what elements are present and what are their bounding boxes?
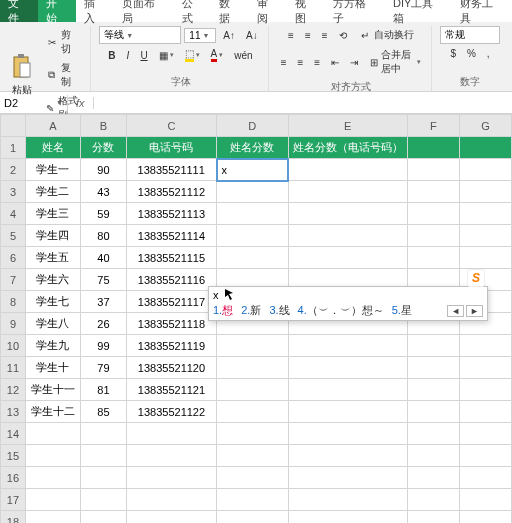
align-left-button[interactable]: ≡ — [277, 55, 291, 70]
cell[interactable] — [217, 445, 289, 467]
wrap-button[interactable]: ↵自动换行 — [354, 26, 418, 44]
cell[interactable] — [126, 511, 216, 524]
cell[interactable]: 学生三 — [25, 203, 80, 225]
cell[interactable] — [459, 489, 511, 511]
cell[interactable] — [217, 379, 289, 401]
cell[interactable] — [126, 423, 216, 445]
cell[interactable] — [217, 489, 289, 511]
tab-fangge[interactable]: 方方格子 — [325, 0, 385, 22]
cell[interactable] — [459, 247, 511, 269]
cell[interactable]: 40 — [81, 247, 127, 269]
cell[interactable] — [407, 467, 459, 489]
merge-button[interactable]: ⊞合并后居中▾ — [365, 46, 425, 78]
cell[interactable] — [407, 357, 459, 379]
col-header-B[interactable]: B — [81, 115, 127, 137]
col-header-E[interactable]: E — [288, 115, 407, 137]
cell[interactable]: 13835521116 — [126, 269, 216, 291]
bold-button[interactable]: B — [104, 48, 119, 63]
cell[interactable] — [81, 511, 127, 524]
cell[interactable]: 13835521112 — [126, 181, 216, 203]
cell[interactable] — [407, 137, 459, 159]
underline-button[interactable]: U — [136, 48, 151, 63]
align-bottom-button[interactable]: ≡ — [318, 28, 332, 43]
cell[interactable] — [459, 335, 511, 357]
tab-data[interactable]: 数据 — [211, 0, 249, 22]
phonetic-button[interactable]: wén — [230, 48, 256, 63]
percent-button[interactable]: % — [463, 46, 480, 61]
cell[interactable] — [288, 511, 407, 524]
align-top-button[interactable]: ≡ — [284, 28, 298, 43]
cell[interactable] — [459, 379, 511, 401]
align-center-button[interactable]: ≡ — [294, 55, 308, 70]
cell[interactable] — [25, 511, 80, 524]
cell[interactable]: 99 — [81, 335, 127, 357]
cell[interactable]: 13835521119 — [126, 335, 216, 357]
cell[interactable] — [459, 357, 511, 379]
ime-candidate[interactable]: 4.（︶．︶）想～ — [298, 303, 384, 318]
cell[interactable] — [407, 247, 459, 269]
cell[interactable] — [407, 489, 459, 511]
cell[interactable]: 学生二 — [25, 181, 80, 203]
cell[interactable] — [288, 203, 407, 225]
cell[interactable] — [217, 401, 289, 423]
cell[interactable] — [288, 247, 407, 269]
cell[interactable] — [81, 489, 127, 511]
cell[interactable]: 学生十一 — [25, 379, 80, 401]
row-header[interactable]: 4 — [1, 203, 26, 225]
cell[interactable] — [81, 423, 127, 445]
border-button[interactable]: ▦▾ — [155, 48, 178, 63]
row-header[interactable]: 15 — [1, 445, 26, 467]
cell[interactable]: 13835521111 — [126, 159, 216, 181]
cell[interactable] — [288, 445, 407, 467]
row-header[interactable]: 14 — [1, 423, 26, 445]
comma-button[interactable]: , — [483, 46, 494, 61]
cell[interactable] — [25, 489, 80, 511]
cell[interactable]: 学生七 — [25, 291, 80, 313]
cell[interactable]: 80 — [81, 225, 127, 247]
tab-home[interactable]: 开始 — [38, 0, 76, 22]
cell[interactable] — [288, 379, 407, 401]
cell[interactable] — [25, 423, 80, 445]
cell[interactable] — [288, 225, 407, 247]
col-header-G[interactable]: G — [459, 115, 511, 137]
cell[interactable]: 37 — [81, 291, 127, 313]
row-header[interactable]: 5 — [1, 225, 26, 247]
row-header[interactable]: 6 — [1, 247, 26, 269]
cell[interactable] — [407, 335, 459, 357]
row-header[interactable]: 12 — [1, 379, 26, 401]
decrease-font-button[interactable]: A↓ — [242, 28, 262, 43]
cell[interactable]: 81 — [81, 379, 127, 401]
row-header[interactable]: 13 — [1, 401, 26, 423]
cell[interactable] — [288, 467, 407, 489]
ime-candidate[interactable]: 1.想 — [213, 303, 233, 318]
cell[interactable] — [459, 159, 511, 181]
tab-insert[interactable]: 插入 — [76, 0, 114, 22]
cell[interactable] — [126, 445, 216, 467]
cell[interactable]: 43 — [81, 181, 127, 203]
cell[interactable]: 学生八 — [25, 313, 80, 335]
row-header[interactable]: 2 — [1, 159, 26, 181]
cell[interactable] — [407, 159, 459, 181]
cell[interactable]: 学生一 — [25, 159, 80, 181]
copy-button[interactable]: ⧉复制 — [41, 59, 84, 91]
cell[interactable]: 学生五 — [25, 247, 80, 269]
cell[interactable] — [407, 225, 459, 247]
cell[interactable]: 分数 — [81, 137, 127, 159]
cell[interactable] — [81, 445, 127, 467]
row-header[interactable]: 10 — [1, 335, 26, 357]
tab-review[interactable]: 审阅 — [249, 0, 287, 22]
orientation-button[interactable]: ⟲ — [335, 28, 351, 43]
cell[interactable]: 学生九 — [25, 335, 80, 357]
cell[interactable] — [217, 181, 289, 203]
row-header[interactable]: 8 — [1, 291, 26, 313]
cell[interactable]: 13835521114 — [126, 225, 216, 247]
cell[interactable] — [288, 489, 407, 511]
cell[interactable] — [217, 467, 289, 489]
row-header[interactable]: 1 — [1, 137, 26, 159]
cell[interactable] — [459, 203, 511, 225]
col-header-F[interactable]: F — [407, 115, 459, 137]
cell[interactable]: 学生十 — [25, 357, 80, 379]
cell[interactable] — [288, 423, 407, 445]
cut-button[interactable]: ✂剪切 — [41, 26, 84, 58]
cell[interactable]: 13835521122 — [126, 401, 216, 423]
